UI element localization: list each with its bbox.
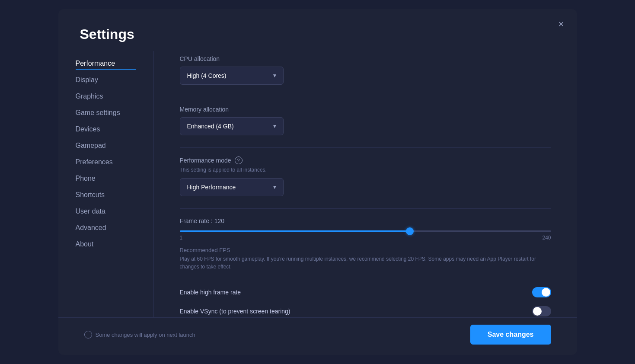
toggle-knob-vsync xyxy=(533,307,542,316)
frame-rate-slider-container xyxy=(180,230,551,232)
footer-note: i Some changes will apply on next launch xyxy=(84,331,195,338)
recommended-fps-title: Recommended FPS xyxy=(180,247,551,253)
modal-footer: i Some changes will apply on next launch… xyxy=(58,317,577,355)
save-changes-button[interactable]: Save changes xyxy=(470,325,551,345)
divider-2 xyxy=(180,147,551,148)
sidebar-item-performance[interactable]: Performance xyxy=(76,55,136,72)
memory-allocation-section: Memory allocation Enhanced (4 GB)Standar… xyxy=(180,106,551,135)
performance-mode-label-row: Performance mode ? xyxy=(180,156,551,164)
toggle-row-high-frame-rate: Enable high frame rate xyxy=(180,283,551,302)
performance-mode-label: Performance mode xyxy=(180,157,231,164)
sidebar-item-phone[interactable]: Phone xyxy=(76,170,136,187)
slider-track xyxy=(180,230,551,232)
sidebar-item-graphics[interactable]: Graphics xyxy=(76,88,136,105)
frame-rate-label: Frame rate : 120 xyxy=(180,217,551,224)
sidebar-item-about[interactable]: About xyxy=(76,236,136,252)
sidebar-item-gamepad[interactable]: Gamepad xyxy=(76,137,136,154)
toggle-label-high-frame-rate: Enable high frame rate xyxy=(180,289,241,296)
performance-mode-help-icon[interactable]: ? xyxy=(235,156,243,164)
cpu-allocation-select[interactable]: High (4 Cores)Medium (2 Cores)Low (1 Cor… xyxy=(180,67,284,85)
divider-3 xyxy=(180,208,551,209)
footer-note-text: Some changes will apply on next launch xyxy=(96,332,195,338)
slider-thumb[interactable] xyxy=(406,227,414,235)
settings-modal: × Settings PerformanceDisplayGraphicsGam… xyxy=(58,9,577,355)
cpu-allocation-section: CPU allocation High (4 Cores)Medium (2 C… xyxy=(180,55,551,85)
sidebar-item-devices[interactable]: Devices xyxy=(76,121,136,137)
modal-body: PerformanceDisplayGraphicsGame settingsD… xyxy=(58,51,577,317)
cpu-allocation-label: CPU allocation xyxy=(180,55,551,62)
sidebar-item-game-settings[interactable]: Game settings xyxy=(76,105,136,121)
sidebar-item-display[interactable]: Display xyxy=(76,72,136,88)
recommended-fps-description: Play at 60 FPS for smooth gameplay. If y… xyxy=(180,255,551,271)
modal-title: Settings xyxy=(80,26,555,42)
performance-mode-select-wrapper: High PerformanceBalancedPower Save ▼ xyxy=(180,178,284,196)
memory-allocation-label: Memory allocation xyxy=(180,106,551,113)
close-button[interactable]: × xyxy=(558,19,564,29)
footer-info-icon: i xyxy=(84,331,92,338)
toggle-knob-high-frame-rate xyxy=(542,288,550,297)
toggles-section: Enable high frame rateEnable VSync (to p… xyxy=(180,283,551,317)
recommended-fps-section: Recommended FPS Play at 60 FPS for smoot… xyxy=(180,247,551,271)
sidebar: PerformanceDisplayGraphicsGame settingsD… xyxy=(58,51,153,317)
sidebar-item-shortcuts[interactable]: Shortcuts xyxy=(76,187,136,203)
sidebar-item-advanced[interactable]: Advanced xyxy=(76,220,136,236)
divider-1 xyxy=(180,97,551,97)
modal-header: Settings xyxy=(58,9,577,51)
performance-mode-section: Performance mode ? This setting is appli… xyxy=(180,156,551,196)
slider-min-label: 1 xyxy=(180,235,183,241)
sidebar-item-user-data[interactable]: User data xyxy=(76,203,136,220)
toggle-label-vsync: Enable VSync (to prevent screen tearing) xyxy=(180,308,290,315)
toggle-row-vsync: Enable VSync (to prevent screen tearing) xyxy=(180,302,551,317)
performance-mode-description: This setting is applied to all instances… xyxy=(180,167,551,173)
slider-fill xyxy=(180,230,410,232)
memory-allocation-select[interactable]: Enhanced (4 GB)Standard (2 GB)Low (1 GB) xyxy=(180,117,284,135)
slider-range: 1 240 xyxy=(180,235,551,241)
toggle-vsync[interactable] xyxy=(532,306,551,316)
cpu-allocation-select-wrapper: High (4 Cores)Medium (2 Cores)Low (1 Cor… xyxy=(180,67,284,85)
main-content: CPU allocation High (4 Cores)Medium (2 C… xyxy=(153,51,577,317)
performance-mode-select[interactable]: High PerformanceBalancedPower Save xyxy=(180,178,284,196)
frame-rate-section: Frame rate : 120 1 240 Recommended FPS P… xyxy=(180,217,551,271)
memory-allocation-select-wrapper: Enhanced (4 GB)Standard (2 GB)Low (1 GB)… xyxy=(180,117,284,135)
toggle-high-frame-rate[interactable] xyxy=(532,287,551,297)
sidebar-item-preferences[interactable]: Preferences xyxy=(76,154,136,170)
slider-max-label: 240 xyxy=(542,235,551,241)
